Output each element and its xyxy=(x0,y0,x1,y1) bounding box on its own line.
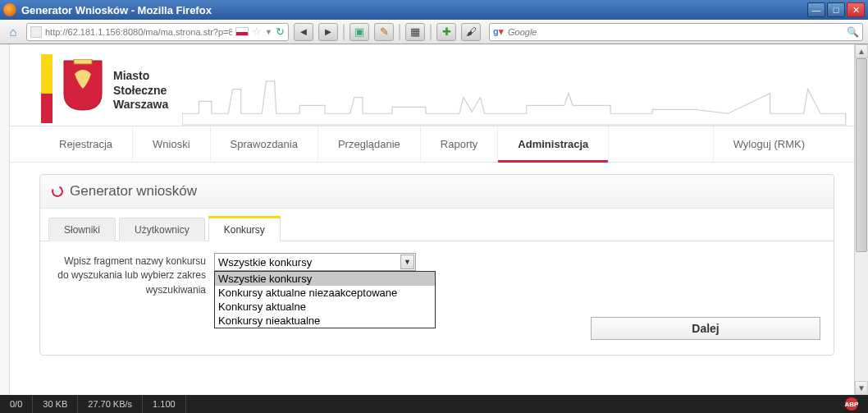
option-2[interactable]: Konkursy aktualne xyxy=(215,300,435,314)
brand-line1: Miasto xyxy=(113,69,168,84)
brand-line3: Warszawa xyxy=(113,98,168,112)
panel-title: Generator wniosków xyxy=(70,183,197,200)
tool-button-4[interactable]: ✚ xyxy=(436,23,456,41)
svg-rect-0 xyxy=(74,59,92,64)
vertical-scrollbar[interactable]: ▲ ▼ xyxy=(854,44,868,395)
search-box[interactable]: g▾ 🔍 xyxy=(489,23,863,41)
toolbar: ⌂ ☆ ▼ ↻ ◄ ► ▣ ✎ ▦ ✚ 🖌 g▾ 🔍 xyxy=(0,20,868,44)
main-nav: Rejestracja Wnioski Sprawozdania Przeglą… xyxy=(10,126,854,163)
reload-icon[interactable]: ↻ xyxy=(276,25,285,38)
flag-poland-icon xyxy=(235,27,249,36)
google-icon: g▾ xyxy=(493,26,505,38)
dalej-button[interactable]: Dalej xyxy=(591,317,820,340)
scroll-down-icon[interactable]: ▼ xyxy=(855,381,868,395)
tool-button-1[interactable]: ▣ xyxy=(349,23,369,41)
nav-rejestracja[interactable]: Rejestracja xyxy=(39,126,133,162)
subtab-uzytkownicy[interactable]: Użytkownicy xyxy=(119,218,205,241)
status-zoom: 1.100 xyxy=(143,395,186,413)
home-icon[interactable]: ⌂ xyxy=(5,24,21,40)
tool-button-3[interactable]: ▦ xyxy=(405,23,425,41)
status-speed: 27.70 KB/s xyxy=(78,395,143,413)
nav-logout[interactable]: Wyloguj (RMK) xyxy=(714,126,825,162)
url-dropdown-icon[interactable]: ▼ xyxy=(265,28,272,36)
url-input[interactable] xyxy=(45,27,232,37)
panel-ring-icon xyxy=(50,184,65,199)
warsaw-crest-icon xyxy=(62,59,103,112)
page-header: Miasto Stołeczne Warszawa xyxy=(10,44,854,126)
minimize-button[interactable]: — xyxy=(807,2,825,17)
nav-przegladanie[interactable]: Przeglądanie xyxy=(318,126,421,162)
main-panel: Generator wniosków Słowniki Użytkownicy … xyxy=(39,174,834,356)
statusbar: 0/0 30 KB 27.70 KB/s 1.100 ABP xyxy=(0,395,868,413)
forward-button[interactable]: ► xyxy=(318,23,338,41)
tool-button-5[interactable]: 🖌 xyxy=(461,23,481,41)
brand-text: Miasto Stołeczne Warszawa xyxy=(113,69,168,112)
status-position: 0/0 xyxy=(0,395,33,413)
subtab-slowniki[interactable]: Słowniki xyxy=(48,218,116,241)
nav-raporty[interactable]: Raporty xyxy=(421,126,499,162)
window-title: Generator Wniosków - Mozilla Firefox xyxy=(21,4,807,16)
tool-button-2[interactable]: ✎ xyxy=(374,23,394,41)
status-size: 30 KB xyxy=(33,395,78,413)
nav-administracja[interactable]: Administracja xyxy=(498,126,609,162)
panel-header: Generator wniosków xyxy=(40,175,834,209)
ruler xyxy=(0,44,10,395)
option-0[interactable]: Wszystkie konkursy xyxy=(215,272,435,286)
search-input[interactable] xyxy=(508,27,843,37)
form-label: Wpisz fragment nazwy konkursu do wyszuka… xyxy=(53,253,206,297)
status-adblock-icon[interactable]: ABP xyxy=(835,395,868,413)
scrollbar-thumb[interactable] xyxy=(856,58,867,252)
chevron-down-icon: ▼ xyxy=(400,255,414,269)
konkurs-select[interactable]: Wszystkie konkursy ▼ xyxy=(214,253,416,271)
maximize-button[interactable]: □ xyxy=(827,2,845,17)
option-3[interactable]: Konkursy nieaktualne xyxy=(215,314,435,328)
nav-wnioski[interactable]: Wnioski xyxy=(133,126,211,162)
page-icon xyxy=(30,26,42,38)
scroll-up-icon[interactable]: ▲ xyxy=(855,44,868,58)
close-button[interactable]: ✕ xyxy=(847,2,865,17)
titlebar: Generator Wniosków - Mozilla Firefox — □… xyxy=(0,0,868,20)
select-value: Wszystkie konkursy xyxy=(218,256,312,268)
nav-sprawozdania[interactable]: Sprawozdania xyxy=(211,126,318,162)
search-icon[interactable]: 🔍 xyxy=(847,26,859,38)
firefox-icon xyxy=(3,3,16,16)
sub-nav: Słowniki Użytkownicy Konkursy xyxy=(40,209,834,241)
konkurs-dropdown: Wszystkie konkursy Konkursy aktualne nie… xyxy=(214,271,436,328)
option-1[interactable]: Konkursy aktualne niezaakceptowane xyxy=(215,286,435,300)
bookmark-star-icon[interactable]: ☆ xyxy=(252,25,262,38)
back-button[interactable]: ◄ xyxy=(294,23,313,41)
brand-line2: Stołeczne xyxy=(113,84,168,99)
subtab-konkursy[interactable]: Konkursy xyxy=(208,218,281,241)
url-bar[interactable]: ☆ ▼ ↻ xyxy=(26,23,289,41)
skyline-decoration xyxy=(182,73,854,126)
